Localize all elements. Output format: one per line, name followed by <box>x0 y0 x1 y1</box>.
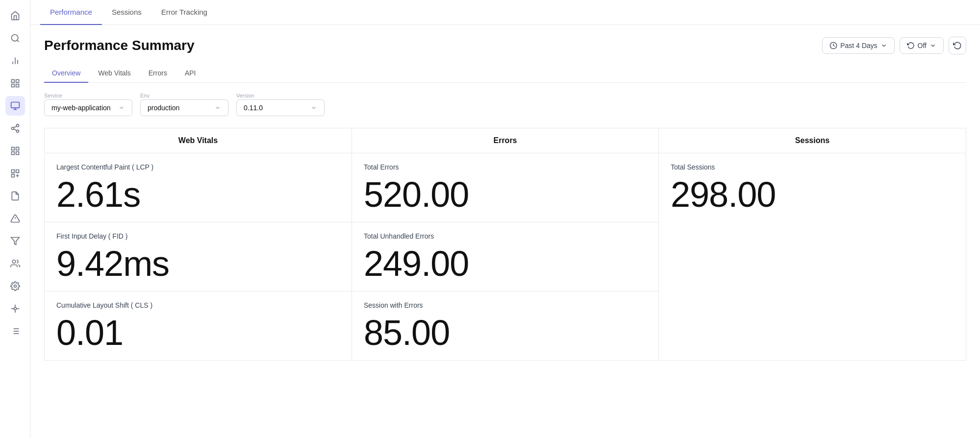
svg-point-0 <box>11 35 18 41</box>
fid-value: 9.42ms <box>56 246 340 281</box>
svg-rect-20 <box>16 152 19 155</box>
monitor-icon[interactable] <box>5 96 25 116</box>
svg-rect-19 <box>11 152 14 155</box>
svg-rect-18 <box>16 147 19 150</box>
cls-label: Cumulative Layout Shift ( CLS ) <box>56 301 340 309</box>
tab-sessions[interactable]: Sessions <box>102 0 151 25</box>
content-area: Performance Summary Past 4 Days Off <box>30 25 980 438</box>
version-dropdown[interactable]: 0.11.0 <box>236 99 325 116</box>
version-filter: Version 0.11.0 <box>236 93 325 116</box>
svg-line-1 <box>17 40 19 42</box>
grid-icon[interactable] <box>5 141 25 161</box>
svg-line-16 <box>14 126 17 127</box>
service-dropdown[interactable]: my-web-application <box>44 99 132 116</box>
session-errors-card: Session with Errors 85.00 <box>352 292 659 361</box>
total-errors-value: 520.00 <box>364 177 647 212</box>
fid-card: First Input Delay ( FID ) 9.42ms <box>44 222 352 292</box>
filter-icon[interactable] <box>5 231 25 251</box>
service-chevron-icon <box>118 104 125 111</box>
share-icon[interactable] <box>5 119 25 138</box>
header-row: Performance Summary Past 4 Days Off <box>44 37 966 54</box>
session-errors-value: 85.00 <box>364 315 647 350</box>
svg-point-27 <box>14 285 16 288</box>
svg-rect-9 <box>11 102 19 108</box>
chevron-down-icon-2 <box>930 42 936 49</box>
total-sessions-label: Total Sessions <box>671 163 954 171</box>
main-content: Performance Sessions Error Tracking Perf… <box>30 0 980 438</box>
fid-label: First Input Delay ( FID ) <box>56 232 340 240</box>
refresh-icon <box>907 42 915 49</box>
svg-point-13 <box>11 127 14 130</box>
list-icon[interactable] <box>5 321 25 341</box>
plus-grid-icon[interactable] <box>5 164 25 183</box>
tab-web-vitals[interactable]: Web Vitals <box>90 64 138 83</box>
svg-point-14 <box>16 130 19 132</box>
lcp-card: Largest Contentful Paint ( LCP ) 2.61s <box>44 153 352 222</box>
refresh-button[interactable]: Off <box>900 37 944 54</box>
search-icon[interactable] <box>5 28 25 48</box>
version-value: 0.11.0 <box>244 104 263 112</box>
svg-point-28 <box>14 308 16 310</box>
svg-rect-17 <box>11 147 14 150</box>
total-sessions-value: 298.00 <box>671 177 954 212</box>
page-title: Performance Summary <box>44 38 195 53</box>
header-controls: Past 4 Days Off <box>822 37 966 54</box>
env-label: Env <box>140 93 228 98</box>
tab-error-tracking[interactable]: Error Tracking <box>151 0 217 25</box>
cls-value: 0.01 <box>56 315 340 350</box>
file-icon[interactable] <box>5 186 25 206</box>
env-filter: Env production <box>140 93 228 116</box>
svg-rect-5 <box>11 80 14 83</box>
lcp-label: Largest Contentful Paint ( LCP ) <box>56 163 340 171</box>
total-errors-card: Total Errors 520.00 <box>352 153 659 222</box>
users-icon[interactable] <box>5 254 25 273</box>
lcp-value: 2.61s <box>56 177 340 212</box>
sessions-header: Sessions <box>659 128 966 153</box>
svg-point-12 <box>16 124 19 127</box>
total-sessions-card: Total Sessions 298.00 <box>659 153 966 361</box>
env-chevron-icon <box>214 104 221 111</box>
dashboard-icon[interactable] <box>5 73 25 93</box>
service-filter: Service my-web-application <box>44 93 132 116</box>
total-errors-label: Total Errors <box>364 163 647 171</box>
bar-chart-icon[interactable] <box>5 51 25 71</box>
tab-overview[interactable]: Overview <box>44 64 88 83</box>
service-value: my-web-application <box>51 104 111 112</box>
sidebar <box>0 0 30 438</box>
tab-errors[interactable]: Errors <box>141 64 175 83</box>
service-label: Service <box>44 93 132 98</box>
unhandled-errors-label: Total Unhandled Errors <box>364 232 647 240</box>
tab-api[interactable]: API <box>177 64 204 83</box>
errors-header: Errors <box>352 128 659 153</box>
web-vitals-header: Web Vitals <box>44 128 352 153</box>
home-icon[interactable] <box>5 6 25 25</box>
env-value: production <box>148 104 179 112</box>
metrics-grid: Largest Contentful Paint ( LCP ) 2.61s T… <box>44 153 966 361</box>
svg-rect-6 <box>16 80 19 83</box>
unhandled-errors-card: Total Unhandled Errors 249.00 <box>352 222 659 292</box>
svg-marker-25 <box>11 238 19 245</box>
settings-icon[interactable] <box>5 276 25 296</box>
reload-button[interactable] <box>949 37 966 54</box>
filters: Service my-web-application Env productio… <box>44 93 966 116</box>
env-dropdown[interactable]: production <box>140 99 228 116</box>
time-range-button[interactable]: Past 4 Days <box>822 37 894 54</box>
version-chevron-icon <box>310 104 317 111</box>
time-range-label: Past 4 Days <box>840 42 877 49</box>
alert-icon[interactable] <box>5 209 25 228</box>
unhandled-errors-value: 249.00 <box>364 246 647 281</box>
reload-icon <box>953 41 962 50</box>
version-label: Version <box>236 93 325 98</box>
refresh-label: Off <box>918 42 927 49</box>
svg-rect-8 <box>16 84 19 87</box>
top-tabs: Performance Sessions Error Tracking <box>30 0 980 25</box>
tab-performance[interactable]: Performance <box>40 0 102 25</box>
svg-line-15 <box>14 129 17 130</box>
cls-card: Cumulative Layout Shift ( CLS ) 0.01 <box>44 292 352 361</box>
integrations-icon[interactable] <box>5 299 25 318</box>
chevron-down-icon <box>880 42 887 49</box>
svg-point-26 <box>12 260 16 264</box>
column-headers: Web Vitals Errors Sessions <box>44 128 966 153</box>
session-errors-label: Session with Errors <box>364 301 647 309</box>
svg-rect-7 <box>11 84 14 87</box>
